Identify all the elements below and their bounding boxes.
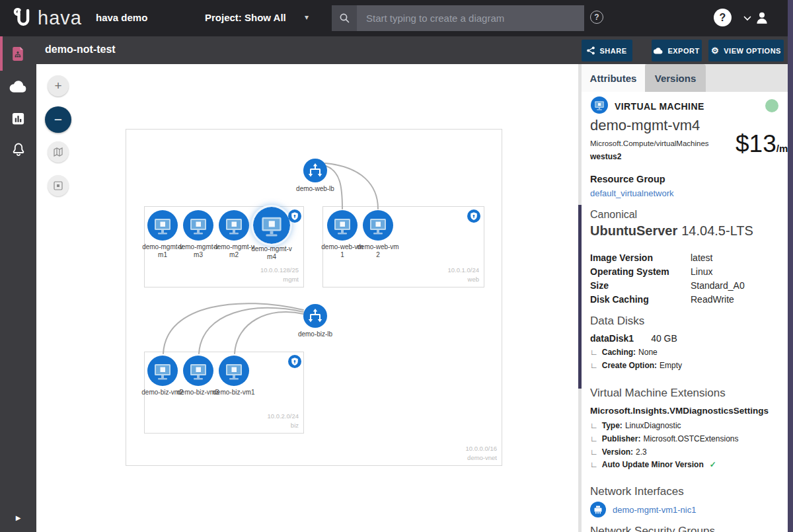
gear-icon: ⚙ — [711, 46, 719, 55]
lb-node-web[interactable]: demo-web-lb — [294, 159, 336, 193]
virtual-machine-icon — [363, 210, 393, 241]
load-balancer-icon — [303, 159, 327, 182]
disk-size: 40 GB — [651, 333, 677, 344]
detail-label: Operating System — [590, 266, 691, 277]
subnet-cidr: 10.0.0.128/25 — [260, 266, 299, 275]
detail-label: Size — [590, 280, 691, 291]
tree-corner-icon: ∟ — [590, 361, 598, 370]
export-button[interactable]: EXPORT — [652, 40, 702, 61]
check-icon: ✓ — [710, 460, 716, 469]
subnet-meta: 10.0.0.128/25 mgmt — [260, 266, 299, 284]
tree-corner-icon: ∟ — [590, 421, 598, 430]
row-label: Caching: — [602, 348, 636, 357]
help-icon[interactable]: ? — [714, 9, 732, 26]
sidebar-item-environments[interactable] — [0, 71, 36, 102]
resource-type-label: VIRTUAL MACHINE — [615, 101, 704, 112]
extensions-heading: Virtual Machine Extensions — [590, 387, 726, 400]
account-chevron-icon[interactable] — [743, 16, 751, 21]
resource-region: westus2 — [590, 152, 621, 161]
subnet-cidr: 10.0.2.0/24 — [267, 412, 299, 421]
diagram-title: demo-not-test — [45, 44, 116, 56]
sidebar-item-diagrams[interactable] — [0, 36, 36, 71]
lb-node-biz[interactable]: demo-biz-lb — [289, 304, 342, 338]
sidebar-item-reports[interactable] — [0, 102, 36, 134]
diagram-canvas[interactable]: 10.0.0.0/16 demo-vnet 10.0.0.128/25 mgmt… — [36, 64, 578, 532]
node-label: demo-web-vm2 — [357, 243, 399, 258]
bell-icon — [11, 142, 26, 158]
resource-group-label: Resource Group — [590, 174, 665, 184]
search-help-icon[interactable]: ? — [590, 11, 603, 24]
row-value: 2.3 — [636, 447, 647, 457]
hava-logo[interactable]: hava — [11, 6, 82, 30]
nsg-shield-icon[interactable] — [467, 209, 480, 223]
cloud-icon — [9, 80, 27, 93]
panel-scrollbar-thumb[interactable] — [578, 205, 582, 389]
project-selector[interactable]: Project: Show All — [205, 12, 286, 23]
virtual-machine-icon — [327, 210, 358, 241]
detail-label: Image Version — [590, 252, 691, 263]
user-icon[interactable] — [753, 9, 771, 26]
node-label: demo-web-lb — [295, 185, 336, 193]
row-label: Version: — [602, 447, 633, 457]
fit-map-icon — [54, 147, 63, 157]
resource-path: Microsoft.Compute/virtualMachines — [590, 139, 709, 147]
node-label: demo-mgmt-vm2 — [213, 243, 255, 258]
nsg-shield-icon[interactable] — [288, 355, 301, 368]
sidebar-expand-arrow[interactable]: ▶ — [0, 514, 36, 521]
network-interfaces-heading: Network Interfaces — [590, 485, 684, 498]
zoom-out-button[interactable]: − — [45, 106, 71, 133]
chevron-down-icon[interactable]: ▾ — [305, 13, 309, 22]
view-options-button[interactable]: ⚙ VIEW OPTIONS — [708, 40, 784, 61]
share-button[interactable]: SHARE — [582, 40, 632, 61]
nsg-shield-icon[interactable] — [288, 209, 301, 223]
image-offer: UbuntuServer — [590, 223, 677, 238]
tree-corner-icon: ∟ — [590, 348, 598, 357]
virtual-machine-icon — [219, 356, 249, 386]
image-publisher: Canonical — [590, 209, 637, 221]
row-value: LinuxDiagnostic — [625, 421, 681, 430]
vm-node[interactable]: demo-web-vm2 — [357, 210, 399, 258]
app-window: hava hava demo Project: Show All ▾ ? ? d… — [0, 0, 793, 532]
detail-value: Standard_A0 — [691, 280, 745, 291]
nic-link[interactable]: demo-mgmt-vm1-nic1 — [613, 505, 696, 515]
search-icon — [339, 13, 350, 24]
image-offer-sku: UbuntuServer14.04.5-LTS — [590, 223, 753, 239]
vm-node[interactable]: demo-biz-vm1 — [213, 356, 255, 397]
tab-attributes[interactable]: Attributes — [582, 64, 645, 92]
subnet-name: mgmt — [260, 275, 299, 284]
subnet-meta: 10.0.1.0/24 web — [447, 266, 479, 284]
zoom-fit-button[interactable] — [48, 141, 69, 163]
vnet-name: demo-vnet — [465, 453, 497, 463]
extension-name: Microsoft.Insights.VMDiagnosticsSettings — [590, 406, 769, 416]
virtual-machine-icon — [147, 356, 178, 386]
hava-logo-icon — [11, 6, 34, 30]
tab-versions[interactable]: Versions — [645, 64, 706, 92]
vm-node-selected[interactable]: demo-mgmt-vm4 — [250, 207, 293, 260]
tree-corner-icon: ∟ — [590, 434, 598, 443]
search-input[interactable] — [357, 5, 584, 31]
center-view-button[interactable] — [48, 175, 69, 196]
network-security-groups-heading: Network Security Groups — [590, 525, 715, 532]
resource-group-link[interactable]: default_virtualnetwork — [590, 188, 673, 198]
load-balancer-icon — [303, 304, 327, 328]
sidebar-item-alerts[interactable] — [0, 134, 36, 166]
virtual-machine-icon — [219, 210, 249, 241]
center-square-icon — [54, 181, 63, 190]
search-icon-box — [332, 5, 357, 31]
bar-chart-icon — [11, 111, 26, 126]
row-value: None — [638, 348, 658, 357]
zoom-in-button[interactable]: + — [48, 75, 69, 96]
vm-node[interactable]: demo-mgmt-vm2 — [213, 210, 255, 258]
row-value: Empty — [660, 361, 682, 370]
detail-value: Linux — [691, 266, 745, 277]
attributes-panel: Attributes Versions VIRTUAL MACHINE demo… — [578, 64, 788, 532]
node-label: demo-biz-lb — [289, 330, 342, 338]
page-scrollbar-thumb[interactable] — [788, 0, 793, 532]
status-ok-dot — [765, 99, 778, 112]
diagram-search — [332, 5, 584, 31]
image-sku: 14.04.5-LTS — [681, 223, 753, 238]
row-value: Microsoft.OSTCExtensions — [643, 434, 738, 443]
vnet-meta: 10.0.0.0/16 demo-vnet — [465, 444, 497, 463]
top-bar: hava hava demo Project: Show All ▾ ? ? — [0, 0, 793, 36]
subnet-name: web — [447, 275, 479, 284]
